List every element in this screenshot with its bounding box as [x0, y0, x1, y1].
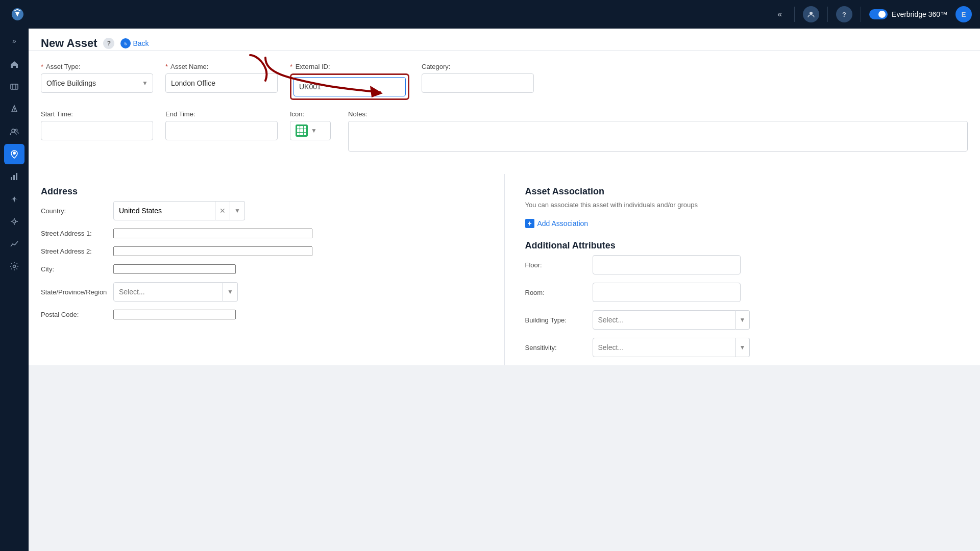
street1-input[interactable] [113, 229, 312, 238]
external-id-input[interactable] [293, 77, 406, 96]
svg-point-12 [13, 220, 16, 223]
sidebar-item-alerts[interactable] [4, 99, 24, 119]
svg-point-8 [13, 152, 16, 155]
street2-label: Street Address 2: [41, 247, 107, 255]
sidebar-item-location[interactable] [4, 144, 24, 164]
right-column: Asset Association You can associate this… [505, 174, 968, 365]
nav-right-area: « ? Everbridge 360™ E [773, 6, 972, 22]
form-row-2: Start Time: End Time: Icon: [41, 110, 968, 152]
sensitivity-row: Sensitivity: ▼ [525, 338, 968, 357]
svg-rect-9 [11, 177, 12, 180]
building-type-input[interactable] [593, 310, 736, 330]
state-chevron-button[interactable]: ▼ [223, 282, 238, 302]
floor-input[interactable] [593, 255, 741, 274]
nav-logo-area [8, 5, 27, 23]
category-input[interactable] [422, 73, 534, 93]
nav-divider-1 [794, 7, 795, 22]
form-top-section: * Asset Type: ▼ * Asset Name: [29, 51, 980, 174]
page-header: New Asset ? ↻ Back [29, 29, 980, 51]
floor-label: Floor: [525, 261, 586, 269]
end-time-input[interactable] [165, 121, 278, 140]
sidebar-item-home[interactable] [4, 54, 24, 74]
svg-rect-1 [11, 84, 18, 89]
everbridge-toggle-switch[interactable] [869, 9, 888, 19]
notes-group: Notes: [348, 110, 968, 152]
city-input[interactable] [113, 264, 236, 274]
street1-label: Street Address 1: [41, 230, 107, 237]
form-row-1: * Asset Type: ▼ * Asset Name: [41, 63, 968, 100]
svg-point-6 [12, 129, 15, 132]
sidebar-item-analytics[interactable] [4, 234, 24, 254]
icon-chevron: ▼ [311, 127, 317, 134]
everbridge-label: Everbridge 360™ [892, 10, 947, 18]
nav-divider-3 [861, 7, 861, 22]
start-time-group: Start Time: [41, 110, 153, 140]
state-label: State/Province/Region [41, 288, 107, 296]
add-association-label: Add Association [537, 219, 589, 228]
icon-group: Icon: ▼ [290, 110, 336, 140]
top-navigation: « ? Everbridge 360™ E [0, 0, 980, 29]
postal-input[interactable] [113, 310, 236, 319]
sidebar-item-map[interactable] [4, 77, 24, 97]
svg-point-5 [14, 110, 15, 111]
asset-name-input[interactable] [165, 73, 278, 93]
external-id-label: * External ID: [290, 63, 409, 70]
notes-textarea[interactable] [348, 121, 968, 152]
nav-divider-2 [827, 7, 828, 22]
collapse-nav-button[interactable]: « [773, 8, 786, 21]
asset-association-description: You can associate this asset with indivi… [525, 201, 968, 209]
category-label: Category: [422, 63, 534, 70]
asset-type-select-wrap: ▼ [41, 73, 153, 93]
left-sidebar: » [0, 29, 29, 551]
room-row: Room: [525, 283, 968, 302]
building-type-select-wrap: ▼ [593, 310, 750, 330]
sidebar-item-users[interactable] [4, 121, 24, 142]
floor-row: Floor: [525, 255, 968, 274]
address-section-title: Address [41, 186, 484, 197]
back-button[interactable]: ↻ Back [120, 38, 149, 48]
street1-row: Street Address 1: [41, 229, 484, 238]
sidebar-item-integrations[interactable] [4, 211, 24, 232]
help-nav-icon[interactable]: ? [836, 6, 852, 22]
start-time-input[interactable] [41, 121, 153, 140]
sidebar-item-settings[interactable] [4, 256, 24, 277]
sensitivity-chevron-button[interactable]: ▼ [736, 338, 750, 357]
user-profile-icon[interactable] [803, 6, 819, 22]
asset-type-group: * Asset Type: ▼ [41, 63, 153, 93]
back-label: Back [133, 39, 149, 47]
room-input[interactable] [593, 283, 741, 302]
sensitivity-input[interactable] [593, 338, 736, 357]
eb-icon-button[interactable]: E [955, 6, 972, 22]
back-circle-icon: ↻ [120, 38, 131, 48]
city-label: City: [41, 265, 107, 273]
country-chevron-button[interactable]: ▼ [230, 201, 245, 220]
building-type-row: Building Type: ▼ [525, 310, 968, 330]
add-association-button[interactable]: + Add Association [525, 219, 589, 228]
street2-input[interactable] [113, 246, 312, 256]
page-help-button[interactable]: ? [103, 38, 114, 49]
building-type-chevron-button[interactable]: ▼ [736, 310, 750, 330]
asset-type-input[interactable] [41, 73, 153, 93]
external-id-group: * External ID: [290, 63, 409, 100]
room-label: Room: [525, 289, 586, 296]
country-label: Country: [41, 207, 107, 215]
postal-label: Postal Code: [41, 311, 107, 318]
asset-name-label: * Asset Name: [165, 63, 278, 70]
address-section: Address Country: ✕ ▼ Street Address 1: S… [41, 174, 505, 365]
everbridge-toggle-area: Everbridge 360™ [869, 9, 947, 19]
sidebar-item-travel[interactable] [4, 189, 24, 209]
state-row: State/Province/Region ▼ [41, 282, 484, 302]
state-input[interactable] [113, 282, 223, 302]
app-logo [8, 5, 27, 23]
sidebar-item-data[interactable] [4, 166, 24, 187]
sensitivity-select-wrap: ▼ [593, 338, 750, 357]
svg-point-17 [13, 265, 16, 268]
icon-select-button[interactable]: ▼ [290, 121, 331, 140]
end-time-label: End Time: [165, 110, 278, 118]
country-clear-button[interactable]: ✕ [215, 201, 230, 220]
svg-rect-11 [16, 173, 17, 180]
country-input[interactable] [113, 201, 215, 220]
app-body: » [0, 29, 980, 551]
main-content: New Asset ? ↻ Back * Asset Type: [29, 29, 980, 551]
sidebar-toggle[interactable]: » [8, 33, 20, 49]
